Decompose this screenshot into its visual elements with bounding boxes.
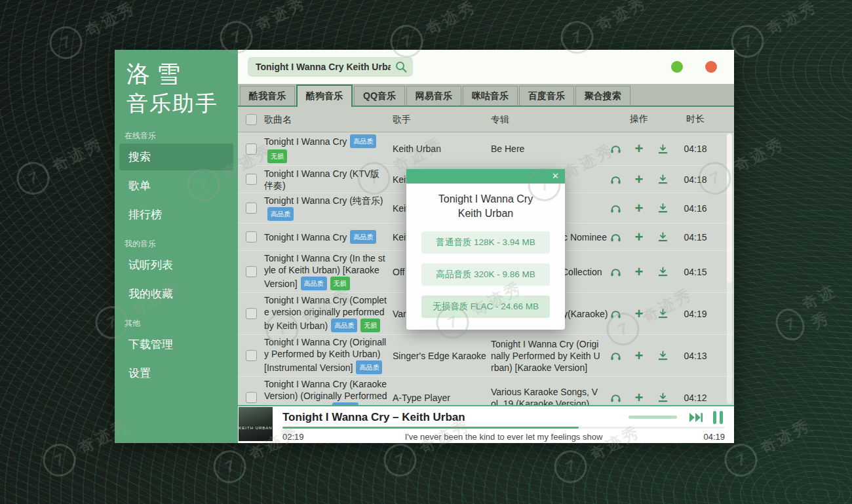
volume-slider[interactable] — [629, 416, 677, 419]
tab-聚合搜索[interactable]: 聚合搜索 — [575, 86, 630, 106]
sidebar-item-试听列表[interactable]: 试听列表 — [119, 252, 233, 279]
add-icon[interactable]: + — [632, 202, 646, 215]
sidebar-item-下载管理[interactable]: 下载管理 — [119, 331, 233, 358]
row-checkbox[interactable] — [246, 231, 257, 242]
tab-网易音乐[interactable]: 网易音乐 — [406, 86, 461, 106]
progress-bar[interactable] — [282, 427, 725, 429]
quality-badge-lossless: 无损 — [360, 319, 380, 332]
download-icon[interactable] — [656, 142, 669, 155]
quality-option-button[interactable]: 高品音质 320K - 9.86 MB — [421, 263, 550, 286]
row-checkbox[interactable] — [246, 203, 257, 214]
listen-icon[interactable] — [609, 265, 622, 279]
add-icon[interactable]: + — [632, 391, 646, 404]
close-window-button[interactable] — [705, 61, 717, 73]
current-time: 02:19 — [282, 432, 322, 442]
row-actions: + — [602, 391, 676, 404]
row-checkbox-cell — [238, 308, 264, 319]
download-icon[interactable] — [656, 173, 669, 186]
main-panel: 酷我音乐酷狗音乐QQ音乐网易音乐咪咕音乐百度音乐聚合搜索 歌曲名 歌手 专辑 操… — [238, 50, 734, 443]
listen-icon[interactable] — [609, 202, 622, 215]
album-art-text: KEITH URBAN — [239, 426, 272, 430]
minimize-button[interactable] — [671, 61, 683, 73]
watermark-text: 奇迹秀 — [48, 132, 107, 177]
song-duration: 04:18 — [676, 144, 715, 154]
sidebar-item-歌单[interactable]: 歌单 — [119, 172, 233, 199]
quality-option-button[interactable]: 无损音质 FLAC - 24.66 MB — [421, 296, 550, 318]
search-icon[interactable] — [395, 60, 408, 73]
row-checkbox[interactable] — [246, 266, 257, 277]
tab-百度音乐[interactable]: 百度音乐 — [519, 86, 574, 106]
add-icon[interactable]: + — [632, 142, 646, 155]
search-input[interactable] — [248, 57, 413, 77]
song-album: Be Here — [491, 143, 602, 155]
row-checkbox[interactable] — [246, 144, 257, 155]
download-icon[interactable] — [656, 202, 669, 215]
row-checkbox[interactable] — [246, 174, 257, 185]
watermark-logo-icon: 7 — [11, 156, 56, 201]
sidebar-item-排行榜[interactable]: 排行榜 — [119, 201, 233, 228]
watermark-text: 奇迹秀 — [763, 0, 821, 40]
watermark-text: 奇迹秀 — [81, 0, 140, 41]
sidebar-item-设置[interactable]: 设置 — [119, 360, 233, 387]
add-icon[interactable]: + — [632, 173, 646, 186]
row-checkbox[interactable] — [246, 308, 257, 319]
table-row[interactable]: Tonight I Wanna Cry (Karaoke Version) (O… — [238, 377, 734, 405]
scrollbar-thumb[interactable] — [727, 134, 732, 282]
watermark: 7奇迹秀 — [726, 0, 824, 64]
watermark-logo-icon: 7 — [770, 303, 809, 345]
tab-酷我音乐[interactable]: 酷我音乐 — [240, 86, 295, 106]
lyric-line: I've never been the kind to ever let my … — [322, 432, 686, 442]
song-name: Tonight I Wanna Cry高品质无损 — [264, 134, 387, 164]
sidebar-nav: 在线音乐搜索歌单排行榜我的音乐试听列表我的收藏其他下载管理设置 — [115, 120, 238, 389]
tab-咪咕音乐[interactable]: 咪咕音乐 — [463, 86, 518, 106]
listen-icon[interactable] — [609, 142, 622, 155]
row-actions: + — [602, 173, 676, 186]
song-duration: 04:12 — [676, 393, 715, 403]
header-song-name: 歌曲名 — [264, 113, 387, 125]
row-checkbox[interactable] — [246, 350, 257, 361]
row-checkbox[interactable] — [246, 392, 257, 403]
download-icon[interactable] — [656, 231, 669, 244]
listen-icon[interactable] — [609, 391, 622, 404]
quality-option-button[interactable]: 普通音质 128K - 3.94 MB — [421, 231, 550, 254]
row-actions: + — [602, 307, 676, 320]
quality-badge-hq: 高品质 — [331, 319, 357, 332]
listen-icon[interactable] — [609, 307, 622, 320]
add-icon[interactable]: + — [632, 307, 646, 320]
add-icon[interactable]: + — [632, 231, 646, 244]
tab-QQ音乐[interactable]: QQ音乐 — [354, 86, 405, 106]
next-track-button[interactable] — [689, 412, 703, 423]
watermark-logo-icon: 7 — [37, 438, 82, 482]
download-icon[interactable] — [656, 307, 669, 320]
download-icon[interactable] — [656, 391, 669, 404]
sidebar: 洛雪 音乐助手 在线音乐搜索歌单排行榜我的音乐试听列表我的收藏其他下载管理设置 — [115, 50, 238, 443]
modal-close-icon[interactable]: ✕ — [546, 169, 565, 184]
listen-icon[interactable] — [609, 173, 622, 186]
download-icon[interactable] — [656, 265, 669, 279]
watermark-text: 奇迹秀 — [730, 132, 788, 177]
song-name: Tonight I Wanna Cry (纯音乐)高品质 — [264, 195, 387, 222]
quality-options: 普通音质 128K - 3.94 MB高品音质 320K - 9.86 MB无损… — [406, 223, 565, 330]
sidebar-item-我的收藏[interactable]: 我的收藏 — [119, 281, 233, 307]
app-window: 洛雪 音乐助手 在线音乐搜索歌单排行榜我的音乐试听列表我的收藏其他下载管理设置 … — [115, 50, 734, 443]
add-icon[interactable]: + — [632, 349, 646, 362]
song-duration: 04:15 — [676, 232, 715, 242]
download-icon[interactable] — [656, 349, 669, 362]
add-icon[interactable]: + — [632, 265, 646, 279]
song-name: Tonight I Wanna Cry (Complete version or… — [264, 294, 387, 333]
sidebar-item-搜索[interactable]: 搜索 — [119, 144, 233, 170]
listen-icon[interactable] — [609, 231, 622, 244]
select-all-checkbox[interactable] — [246, 114, 257, 125]
watermark: 7奇迹秀 — [768, 276, 852, 350]
progress-fill — [282, 427, 579, 429]
tab-酷狗音乐[interactable]: 酷狗音乐 — [296, 85, 353, 107]
row-checkbox-cell — [238, 144, 264, 155]
pause-button[interactable] — [712, 411, 724, 424]
table-row[interactable]: Tonight I Wanna Cry (Originally Performe… — [238, 335, 734, 377]
listen-icon[interactable] — [609, 349, 622, 362]
watermark-logo-icon: 7 — [378, 438, 423, 482]
header-duration: 时长 — [676, 113, 715, 125]
table-row[interactable]: Tonight I Wanna Cry高品质无损Keith UrbanBe He… — [238, 132, 734, 166]
sidebar-section-label: 其他 — [125, 318, 238, 329]
search-box[interactable] — [248, 57, 413, 77]
